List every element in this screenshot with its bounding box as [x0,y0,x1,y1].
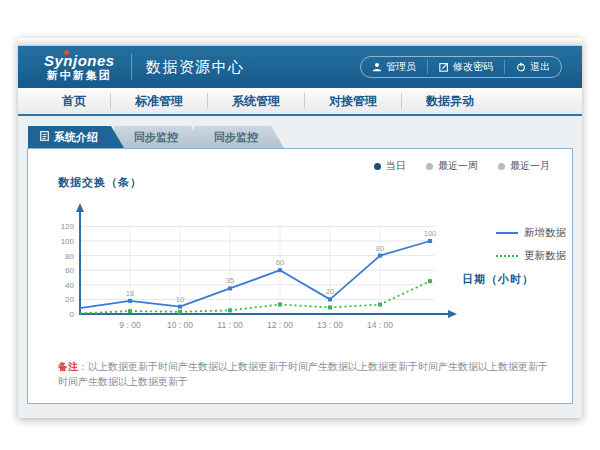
footnote-text: ：以上数据更新于时间产生数据以上数据更新于时间产生数据以上数据更新于时间产生数据… [58,361,548,387]
svg-text:20: 20 [326,287,334,296]
radio-icon [374,163,381,170]
logo-accent-icon [64,50,69,55]
page-title: 数据资源中心 [146,58,245,77]
tab-label: 系统介绍 [54,126,98,148]
tab-sync-monitor-2[interactable]: 同步监控 [194,126,284,148]
svg-text:10: 10 [176,295,184,304]
time-range-filters: 当日 最近一周 最近一月 [28,149,572,173]
nav-item-interface-mgmt[interactable]: 对接管理 [304,93,401,109]
tab-system-intro[interactable]: 系统介绍 [28,126,124,148]
change-password-button[interactable]: 修改密码 [427,60,504,74]
svg-text:9 : 00: 9 : 00 [119,320,141,330]
tabs: 系统介绍 同步监控 同步监控 [28,126,573,148]
footnote-label: 备注 [58,361,78,372]
line-chart: 0204060801001209 : 0010 : 0011 : 0012 : … [44,190,496,348]
logout-button[interactable]: 退出 [504,60,561,74]
chart-y-axis-title: 数据交换（条） [58,175,572,190]
svg-text:40: 40 [65,281,74,290]
legend-item-new-data[interactable]: 新增数据 [496,226,572,240]
radio-icon [426,163,433,170]
window-top-bar [18,38,582,46]
svg-text:13 : 00: 13 : 00 [317,320,343,330]
nav-item-standard-mgmt[interactable]: 标准管理 [110,93,207,109]
svg-text:14 : 00: 14 : 00 [367,320,393,330]
svg-text:60: 60 [65,266,74,275]
tab-label: 同步监控 [134,131,178,143]
header-divider [131,54,132,80]
svg-text:10 : 00: 10 : 00 [167,320,193,330]
legend-item-update-data[interactable]: 更新数据 [496,249,572,263]
filter-label: 最近一周 [438,159,478,173]
svg-text:60: 60 [276,258,284,267]
nav-item-home[interactable]: 首页 [38,93,110,109]
svg-text:35: 35 [226,276,234,285]
filter-last-week[interactable]: 最近一周 [426,159,478,173]
svg-text:18: 18 [126,289,134,298]
chart-panel: 当日 最近一周 最近一月 数据交换（条） 0204060801001209 : … [27,148,573,404]
svg-text:20: 20 [65,295,74,304]
logo-main: Synjones [44,53,115,68]
main-nav: 首页 标准管理 系统管理 对接管理 数据异动 [18,88,582,116]
user-icon [372,62,382,72]
user-menu: 管理员 修改密码 退出 [360,56,562,78]
legend-label: 更新数据 [524,249,566,263]
svg-text:80: 80 [65,252,74,261]
nav-item-system-mgmt[interactable]: 系统管理 [207,93,304,109]
chart-side: 新增数据 更新数据 日期（小时） [496,190,572,348]
radio-icon [498,163,505,170]
legend-label: 新增数据 [524,226,566,240]
user-menu-label: 管理员 [386,60,416,74]
svg-text:120: 120 [61,222,75,231]
chart-x-axis-title: 日期（小时） [462,272,572,287]
filter-last-month[interactable]: 最近一月 [498,159,550,173]
header: Synjones 新中新集团 数据资源中心 管理员 修改密码 [18,46,582,88]
footnote: 备注：以上数据更新于时间产生数据以上数据更新于时间产生数据以上数据更新于时间产生… [28,360,572,403]
filter-label: 最近一月 [510,159,550,173]
svg-text:11 : 00: 11 : 00 [217,320,243,330]
logo: Synjones 新中新集团 [44,53,115,81]
svg-text:100: 100 [61,237,75,246]
tab-label: 同步监控 [214,131,258,143]
user-menu-label: 退出 [530,60,550,74]
filter-label: 当日 [386,159,406,173]
filter-today[interactable]: 当日 [374,159,406,173]
legend-line-dotted-icon [496,255,518,257]
tab-sync-monitor-1[interactable]: 同步监控 [114,126,204,148]
svg-text:0: 0 [70,310,75,319]
svg-text:80: 80 [376,244,384,253]
edit-icon [439,62,449,72]
nav-item-data-change[interactable]: 数据异动 [401,93,498,109]
logo-sub: 新中新集团 [44,70,115,81]
svg-text:100: 100 [424,229,437,238]
app-window: Synjones 新中新集团 数据资源中心 管理员 修改密码 [18,38,582,418]
svg-text:12 : 00: 12 : 00 [267,320,293,330]
user-menu-label: 修改密码 [453,60,493,74]
admin-user-button[interactable]: 管理员 [361,60,427,74]
chart-row: 0204060801001209 : 0010 : 0011 : 0012 : … [28,190,572,348]
document-icon [40,126,49,148]
power-icon [516,62,526,72]
content-area: 系统介绍 同步监控 同步监控 当日 最近一周 [18,116,582,418]
legend-line-solid-icon [496,232,518,234]
